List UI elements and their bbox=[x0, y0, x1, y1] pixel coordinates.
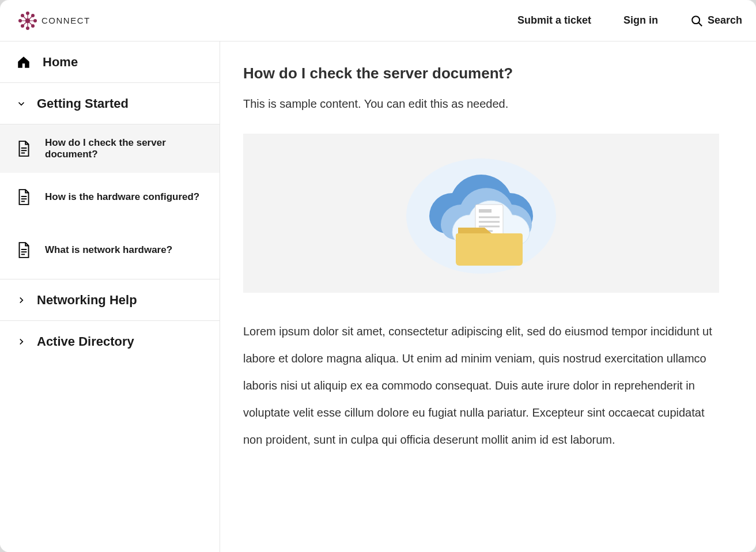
sidebar-section-children: How do I check the server document? How … bbox=[0, 124, 220, 279]
sidebar: Home Getting Started How do I check the … bbox=[0, 41, 220, 552]
sidebar-section-label: Active Directory bbox=[37, 334, 134, 349]
sidebar-article-hardware-configured[interactable]: How is the hardware configured? bbox=[0, 173, 220, 221]
sidebar-article-label: How is the hardware configured? bbox=[45, 191, 199, 203]
logo[interactable]: CONNECT bbox=[16, 9, 90, 32]
document-icon bbox=[16, 140, 31, 157]
article-sample: This is sample content. You can edit thi… bbox=[243, 97, 721, 111]
chevron-right-icon bbox=[16, 295, 27, 305]
svg-line-16 bbox=[28, 21, 33, 26]
sidebar-section-getting-started[interactable]: Getting Started bbox=[0, 83, 220, 124]
search-icon bbox=[690, 14, 703, 27]
search-label: Search bbox=[708, 14, 742, 27]
main-content: How do I check the server document? This… bbox=[220, 41, 756, 552]
sidebar-article-label: How do I check the server document? bbox=[45, 137, 203, 160]
chevron-right-icon bbox=[16, 337, 27, 347]
document-icon bbox=[16, 188, 31, 206]
search-button[interactable]: Search bbox=[690, 14, 742, 27]
svg-line-18 bbox=[699, 22, 702, 25]
sidebar-item-home[interactable]: Home bbox=[0, 41, 220, 83]
sidebar-home-label: Home bbox=[43, 55, 78, 70]
logo-mark-icon bbox=[16, 9, 39, 32]
app-frame: CONNECT Submit a ticket Sign in Search H… bbox=[0, 0, 756, 552]
submit-ticket-link[interactable]: Submit a ticket bbox=[517, 14, 591, 27]
sidebar-section-label: Getting Started bbox=[37, 96, 128, 111]
logo-word: CONNECT bbox=[41, 16, 90, 25]
svg-point-17 bbox=[692, 16, 700, 24]
home-icon bbox=[16, 55, 31, 70]
sidebar-article-check-server-document[interactable]: How do I check the server document? bbox=[0, 124, 220, 173]
sidebar-article-network-hardware[interactable]: What is network hardware? bbox=[0, 221, 220, 279]
document-icon bbox=[16, 241, 31, 259]
article-body: Lorem ipsum dolor sit amet, consectetur … bbox=[243, 318, 719, 453]
cloud-folder-illustration bbox=[395, 147, 568, 279]
chevron-down-icon bbox=[16, 99, 27, 109]
article-title: How do I check the server document? bbox=[243, 65, 721, 82]
sign-in-link[interactable]: Sign in bbox=[623, 14, 658, 27]
topbar-right: Submit a ticket Sign in Search bbox=[517, 14, 742, 27]
svg-rect-30 bbox=[479, 209, 492, 213]
svg-line-13 bbox=[22, 16, 28, 21]
sidebar-article-label: What is network hardware? bbox=[45, 244, 172, 256]
sidebar-section-label: Networking Help bbox=[37, 293, 137, 308]
body: Home Getting Started How do I check the … bbox=[0, 41, 756, 552]
article-illustration-container bbox=[243, 134, 719, 293]
sidebar-section-active-directory[interactable]: Active Directory bbox=[0, 321, 220, 362]
topbar: CONNECT Submit a ticket Sign in Search bbox=[0, 0, 756, 41]
svg-line-14 bbox=[28, 16, 33, 21]
sidebar-section-networking-help[interactable]: Networking Help bbox=[0, 279, 220, 321]
svg-line-15 bbox=[22, 21, 28, 26]
